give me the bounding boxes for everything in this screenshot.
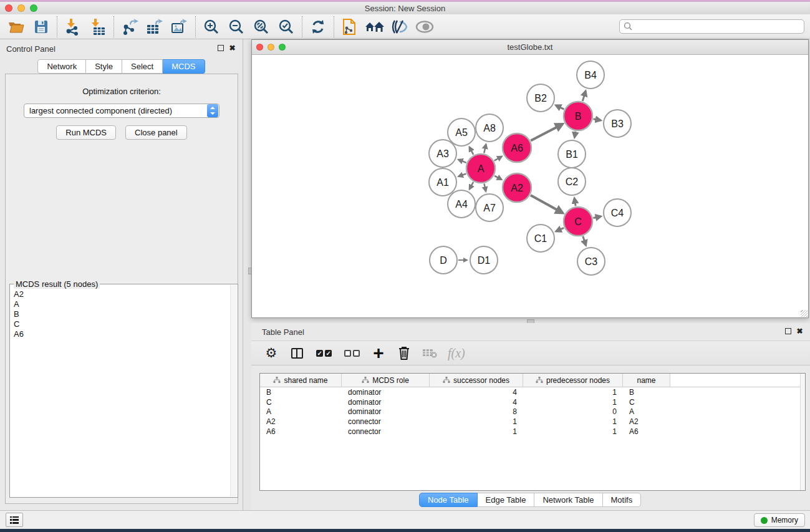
import-network-icon[interactable] [60, 16, 85, 38]
network-canvas[interactable]: B4B2BB3A5A8A6A3B1AA1C2A2A4A7CC4C1C3DD1 [252, 55, 808, 317]
tab-motifs[interactable]: Motifs [603, 493, 642, 507]
graph-node-A5[interactable]: A5 [448, 118, 475, 146]
save-session-icon[interactable] [29, 16, 54, 38]
network-view-window[interactable]: testGlobe.txt B4B2BB3A5A8A6A3B1AA1C2A2A4… [251, 39, 809, 318]
edge-B-B3[interactable] [594, 119, 601, 120]
table-row[interactable]: Adominator80A [260, 407, 805, 417]
edge-A-A1[interactable] [458, 173, 466, 176]
zoom-selected-icon[interactable] [274, 16, 299, 38]
close-panel-button[interactable]: Close panel [125, 125, 187, 140]
table-cell[interactable]: 4 [430, 398, 523, 407]
show-hide-graphics-icon[interactable] [387, 16, 412, 38]
table-cell[interactable]: B [623, 388, 670, 397]
graph-node-A4[interactable]: A4 [448, 190, 475, 218]
show-all-views-icon[interactable] [362, 16, 387, 38]
graph-node-A7[interactable]: A7 [476, 194, 503, 221]
table-settings-icon[interactable]: ⚙ [264, 344, 279, 362]
optimization-criterion-select[interactable]: largest connected component (directed) [24, 104, 219, 118]
result-item[interactable]: A [14, 299, 238, 309]
table-cell[interactable]: C [260, 398, 342, 407]
graph-node-C[interactable]: C [564, 207, 592, 236]
table-cell[interactable]: dominator [342, 407, 430, 416]
edge-A-A6[interactable] [494, 157, 502, 161]
add-column-icon[interactable]: + [371, 344, 386, 362]
table-cell[interactable]: 0 [523, 407, 623, 416]
table-cell[interactable]: 8 [430, 407, 523, 416]
result-scrollbar[interactable] [230, 285, 237, 496]
edge-C-C2[interactable] [574, 198, 576, 206]
graph-node-A3[interactable]: A3 [429, 140, 456, 167]
search-input[interactable] [633, 22, 804, 31]
tab-select[interactable]: Select [122, 59, 163, 74]
graph-node-C2[interactable]: C2 [558, 168, 586, 195]
table-cell[interactable]: 1 [523, 388, 623, 397]
table-cell[interactable]: A2 [623, 417, 670, 426]
birds-eye-view-icon[interactable] [412, 16, 437, 38]
import-table-icon[interactable] [85, 16, 110, 38]
export-table-icon[interactable] [142, 16, 167, 38]
edge-B-B4[interactable] [582, 91, 586, 101]
tab-mcds[interactable]: MCDS [163, 59, 205, 74]
edge-A-A5[interactable] [470, 147, 473, 155]
graph-node-A6[interactable]: A6 [503, 133, 531, 162]
edge-A-A3[interactable] [458, 160, 466, 163]
graph-node-A2[interactable]: A2 [503, 173, 531, 202]
table-cell[interactable]: A6 [260, 427, 342, 436]
edge-C-C1[interactable] [556, 228, 564, 231]
open-session-icon[interactable] [4, 16, 29, 38]
column-header-successor-nodes[interactable]: successor nodes [430, 374, 523, 387]
graph-node-B4[interactable]: B4 [577, 61, 604, 89]
export-network-icon[interactable] [117, 16, 142, 38]
graph-node-D1[interactable]: D1 [470, 246, 498, 274]
graph-node-B[interactable]: B [564, 102, 592, 130]
tab-network[interactable]: Network [37, 59, 86, 74]
tab-edge-table[interactable]: Edge Table [478, 493, 535, 507]
memory-button[interactable]: Memory [754, 513, 805, 527]
table-cell[interactable]: 1 [430, 427, 523, 436]
table-cell[interactable]: 1 [523, 417, 623, 426]
function-builder-icon[interactable]: f(x) [448, 344, 465, 362]
table-cell[interactable]: connector [342, 417, 430, 426]
table-cell[interactable]: A [260, 407, 342, 416]
table-row[interactable]: A2connector11A2 [260, 417, 805, 427]
delete-column-icon[interactable] [397, 344, 412, 362]
table-cell[interactable]: C [623, 398, 670, 407]
table-cell[interactable]: 1 [523, 427, 623, 436]
table-row[interactable]: Cdominator41C [260, 397, 805, 407]
edge-A-A2[interactable] [494, 176, 501, 180]
edge-A-A8[interactable] [484, 144, 486, 153]
table-cell[interactable]: 1 [430, 417, 523, 426]
deselect-all-checkboxes-icon[interactable] [343, 344, 360, 362]
show-task-history-button[interactable] [6, 513, 23, 527]
column-header-name[interactable]: name [623, 374, 670, 387]
column-header-MCDS-role[interactable]: MCDS role [342, 374, 430, 387]
window-resize-grip[interactable] [801, 310, 808, 317]
graph-node-B2[interactable]: B2 [527, 84, 554, 112]
edge-A6-B[interactable] [531, 124, 562, 141]
new-network-from-selection-icon[interactable] [337, 16, 362, 38]
table-cell[interactable]: A2 [260, 417, 342, 426]
graph-node-C1[interactable]: C1 [527, 225, 554, 252]
export-image-icon[interactable] [167, 16, 192, 38]
refresh-layout-icon[interactable] [306, 16, 330, 38]
tab-node-table[interactable]: Node Table [419, 493, 478, 507]
table-cell[interactable]: B [260, 388, 342, 397]
zoom-out-icon[interactable] [224, 16, 249, 38]
edge-B-B1[interactable] [574, 132, 576, 138]
edge-C-C4[interactable] [593, 216, 600, 218]
edge-B-B2[interactable] [556, 105, 564, 109]
table-cell[interactable]: A6 [623, 427, 670, 436]
close-panel-icon[interactable]: ✖ [228, 45, 236, 53]
graph-node-D[interactable]: D [430, 246, 457, 274]
graph-node-A1[interactable]: A1 [429, 168, 456, 196]
float-table-panel-icon[interactable] [784, 328, 792, 336]
table-row[interactable]: A6connector11A6 [260, 427, 805, 437]
graph-node-A[interactable]: A [466, 154, 495, 183]
run-mcds-button[interactable]: Run MCDS [56, 125, 116, 140]
result-item[interactable]: C [14, 319, 238, 329]
table-cell[interactable]: A [623, 407, 670, 416]
graph-node-B1[interactable]: B1 [558, 140, 586, 168]
table-scrollbar[interactable] [800, 374, 805, 490]
float-panel-icon[interactable] [216, 45, 224, 53]
tab-network-table[interactable]: Network Table [534, 493, 602, 507]
